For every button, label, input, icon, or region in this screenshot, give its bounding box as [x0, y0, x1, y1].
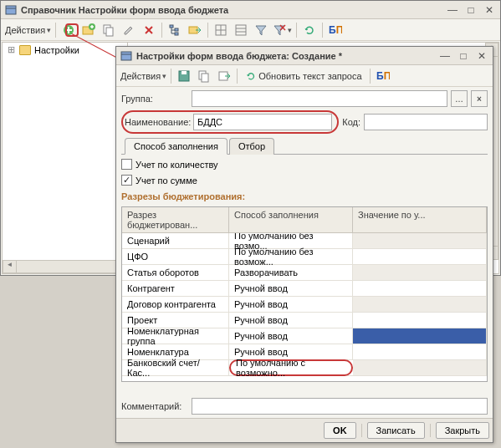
- col-default-value[interactable]: Значение по у...: [353, 207, 487, 232]
- child-actions-label: Действия: [120, 71, 161, 81]
- actions-label: Действия: [5, 25, 45, 35]
- save-button[interactable]: Записать: [367, 422, 425, 439]
- cell-default-value[interactable]: [353, 328, 487, 344]
- move-button[interactable]: [186, 21, 204, 39]
- child-title: Настройки форм ввода бюджета: Создание *: [136, 51, 434, 61]
- tree-root-item[interactable]: ⊞ Настройки: [3, 43, 127, 57]
- checkbox-sum[interactable]: ✓: [121, 175, 132, 186]
- cell-default-value[interactable]: [353, 344, 487, 359]
- cell-dimension[interactable]: Номенклатурная группа: [122, 328, 229, 344]
- cell-fill-method[interactable]: Ручной ввод: [229, 313, 353, 328]
- group-clear-button[interactable]: ×: [471, 90, 488, 107]
- cell-dimension[interactable]: Статья оборотов: [122, 265, 229, 280]
- child-maximize-button[interactable]: □: [456, 49, 471, 63]
- svg-rect-29: [181, 71, 187, 74]
- cell-dimension[interactable]: Сценарий: [122, 233, 229, 248]
- grid-icon-1[interactable]: [212, 21, 230, 39]
- cell-fill-method[interactable]: По умолчанию без возмож...: [229, 249, 353, 264]
- table-row[interactable]: ЦФОПо умолчанию без возмож...: [122, 249, 487, 265]
- table-row[interactable]: КонтрагентРучной ввод: [122, 281, 487, 297]
- col-fill-method[interactable]: Способ заполнения: [229, 207, 353, 232]
- parent-title: Справочник Настройки форм ввода бюджета: [21, 5, 442, 15]
- checkbox-quantity[interactable]: [121, 159, 132, 170]
- tab-filter[interactable]: Отбор: [229, 138, 274, 155]
- name-input[interactable]: [193, 114, 332, 130]
- edit-button[interactable]: [120, 21, 138, 39]
- cell-default-value[interactable]: [353, 233, 487, 248]
- child-bit-icon[interactable]: БП: [374, 67, 392, 85]
- code-label: Код:: [342, 117, 360, 127]
- group-picker-button[interactable]: …: [451, 90, 468, 107]
- child-copy-button[interactable]: [195, 67, 213, 85]
- table-row[interactable]: Банковский счет/ Кас...По умолчанию с во…: [122, 360, 487, 376]
- refresh-query-label: Обновить текст запроса: [258, 71, 361, 81]
- svg-rect-15: [175, 33, 178, 35]
- app-icon: [4, 3, 18, 17]
- child-actions-menu[interactable]: Действия▾: [120, 67, 167, 85]
- grid-icon-2[interactable]: [232, 21, 250, 39]
- refresh-button[interactable]: [300, 21, 319, 39]
- cell-dimension[interactable]: Контрагент: [122, 281, 229, 296]
- child-goto-button[interactable]: [215, 67, 233, 85]
- cell-default-value[interactable]: [353, 313, 487, 328]
- tab-fill-method[interactable]: Способ заполнения: [125, 138, 227, 155]
- cell-fill-method[interactable]: По умолчанию с возможно...: [229, 359, 353, 376]
- ok-button[interactable]: OK: [324, 422, 356, 439]
- filter-clear-button[interactable]: ▾: [272, 21, 293, 39]
- table-row[interactable]: Номенклатурная группаРучной ввод: [122, 328, 487, 344]
- code-input[interactable]: [364, 114, 488, 130]
- minimize-button[interactable]: —: [445, 3, 460, 17]
- child-save-button-1[interactable]: [175, 67, 193, 85]
- cell-default-value[interactable]: [353, 265, 487, 280]
- cell-fill-method[interactable]: Ручной ввод: [229, 297, 353, 312]
- col-dimension[interactable]: Разрез бюджетирован...: [122, 207, 229, 232]
- folder-icon: [19, 45, 31, 55]
- cell-fill-method[interactable]: Ручной ввод: [229, 328, 353, 344]
- cell-default-value[interactable]: [353, 360, 487, 375]
- budget-sections-heading: Разрезы бюджетирования:: [121, 190, 488, 203]
- maximize-button[interactable]: □: [463, 3, 478, 17]
- checkbox-sum-label: Учет по сумме: [135, 176, 197, 186]
- actions-menu[interactable]: Действия▾: [4, 21, 52, 39]
- checkbox-quantity-label: Учет по количеству: [135, 160, 218, 170]
- cell-fill-method[interactable]: Ручной ввод: [229, 281, 353, 296]
- cell-default-value[interactable]: [353, 297, 487, 312]
- name-label: Наименование:: [125, 117, 190, 127]
- comment-input[interactable]: [192, 398, 488, 415]
- hierarchy-toggle[interactable]: [166, 21, 184, 39]
- tree-expand-icon[interactable]: ⊞: [6, 44, 16, 55]
- dialog-icon: [120, 49, 133, 63]
- cancel-button[interactable]: Закрыть: [436, 422, 489, 439]
- svg-text:БП: БП: [376, 70, 390, 82]
- bit-icon[interactable]: БП: [326, 21, 345, 39]
- cell-dimension[interactable]: Договор контрагента: [122, 297, 229, 312]
- table-row[interactable]: Договор контрагентаРучной ввод: [122, 297, 487, 313]
- add-button-highlight: [65, 23, 79, 37]
- table-row[interactable]: Статья оборотовРазворачивать: [122, 265, 487, 281]
- svg-rect-0: [6, 6, 16, 14]
- copy-button[interactable]: [100, 21, 118, 39]
- child-minimize-button[interactable]: —: [437, 49, 452, 63]
- delete-button[interactable]: [140, 21, 158, 39]
- svg-rect-26: [121, 52, 131, 60]
- filter-button[interactable]: [252, 21, 270, 39]
- svg-text:БП: БП: [329, 24, 342, 36]
- add-folder-button[interactable]: [79, 21, 98, 39]
- cell-dimension[interactable]: Банковский счет/ Кас...: [122, 360, 229, 375]
- refresh-query-button[interactable]: Обновить текст запроса: [241, 67, 366, 85]
- close-button[interactable]: ✕: [482, 3, 497, 17]
- cell-fill-method[interactable]: Разворачивать: [229, 265, 353, 280]
- group-input[interactable]: [192, 90, 447, 107]
- comment-label: Комментарий:: [121, 401, 188, 411]
- cell-default-value[interactable]: [353, 281, 487, 296]
- svg-rect-14: [175, 28, 178, 31]
- svg-rect-31: [202, 74, 208, 82]
- svg-rect-13: [170, 25, 173, 28]
- tree-root-label: Настройки: [34, 45, 79, 55]
- child-close-button[interactable]: ✕: [474, 49, 489, 63]
- cell-default-value[interactable]: [353, 249, 487, 264]
- name-row-highlight: Наименование:: [121, 110, 339, 134]
- svg-rect-10: [106, 28, 113, 36]
- svg-rect-20: [236, 25, 246, 35]
- cell-dimension[interactable]: ЦФО: [122, 249, 229, 264]
